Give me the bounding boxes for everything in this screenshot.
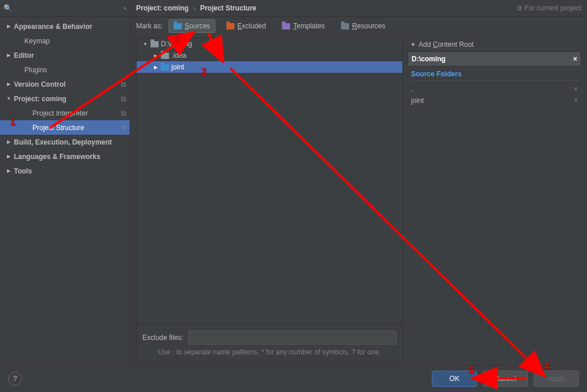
- chevron-right-icon: ›: [193, 4, 196, 12]
- help-button[interactable]: ?: [8, 372, 22, 386]
- ok-button[interactable]: OK: [432, 371, 477, 387]
- copy-icon: ⧉: [121, 80, 126, 88]
- chevron-right-icon: ▶: [6, 82, 12, 87]
- sidebar-item-label: Keymap: [24, 37, 126, 45]
- chevron-right-icon: ▶: [6, 24, 12, 29]
- folder-tree: ▼D:\coming▶.idea▶joint: [137, 38, 402, 324]
- sidebar-item-label: Project Structure: [32, 124, 121, 132]
- exclude-files-box: Exclude files: Use ; to separate name pa…: [137, 324, 402, 362]
- sidebar-item-plugins[interactable]: Plugins: [0, 62, 130, 77]
- folder-label: .idea: [171, 51, 186, 60]
- resources-folder-icon: [341, 23, 349, 29]
- settings-sidebar: 🔍 ▾ ▶Appearance & BehaviorKeymap▶EditorP…: [0, 0, 130, 365]
- source-folders-header: Source Folders: [408, 66, 581, 80]
- sidebar-search-row: 🔍 ▾: [0, 0, 130, 17]
- exclude-files-hint: Use ; to separate name patterns, * for a…: [142, 345, 397, 356]
- sidebar-item-label: Languages & Frameworks: [14, 153, 126, 161]
- remove-source-icon[interactable]: ×: [574, 97, 578, 105]
- folder-row-D-coming[interactable]: ▼D:\coming: [137, 38, 402, 50]
- sidebar-item-project-coming[interactable]: ▼Project: coming⧉: [0, 91, 130, 106]
- exclude-files-label: Exclude files:: [142, 334, 184, 342]
- folder-icon: [151, 41, 159, 47]
- mark-resources-button[interactable]: Resources: [336, 19, 390, 33]
- sidebar-item-build-execution-deployment[interactable]: ▶Build, Execution, Deployment: [0, 135, 130, 149]
- sidebar-item-label: Editor: [14, 51, 126, 60]
- content-roots-panel: + Add Content Root D:\coming × Source Fo…: [408, 38, 581, 363]
- remove-source-icon[interactable]: ×: [574, 85, 578, 93]
- content-root-strip[interactable]: D:\coming ×: [408, 51, 581, 66]
- exclude-files-input[interactable]: [188, 331, 397, 345]
- folder-icon: [161, 53, 169, 59]
- source-folder-row[interactable]: .×: [411, 83, 578, 95]
- sidebar-item-label: Plugins: [24, 66, 126, 74]
- search-input[interactable]: [12, 3, 123, 13]
- breadcrumb: Project: coming › Project Structure ⧉ Fo…: [130, 0, 587, 17]
- folder-row-joint[interactable]: ▶joint: [137, 61, 402, 73]
- chevron-down-icon: ▼: [142, 42, 148, 47]
- chevron-down-icon: ▼: [6, 96, 12, 101]
- copy-icon: ⧉: [121, 109, 126, 117]
- sources-folder-icon: [174, 23, 182, 29]
- content-root-path: D:\coming: [412, 55, 446, 63]
- mark-excluded-button[interactable]: Excluded: [221, 19, 271, 33]
- source-folder-row[interactable]: joint×: [411, 95, 578, 106]
- folder-tree-panel: ▼D:\coming▶.idea▶joint Exclude files: Us…: [136, 38, 403, 363]
- sidebar-item-editor[interactable]: ▶Editor: [0, 48, 130, 62]
- sidebar-item-label: Build, Execution, Deployment: [14, 138, 126, 146]
- chevron-right-icon: ▶: [6, 168, 12, 173]
- sidebar-item-appearance-behavior[interactable]: ▶Appearance & Behavior: [0, 19, 130, 34]
- sidebar-item-label: Project: coming: [14, 95, 121, 103]
- dialog-footer: ? OK Cancel Apply: [0, 365, 587, 392]
- sidebar-item-label: Tools: [14, 167, 126, 175]
- add-content-root-button[interactable]: + Add Content Root: [408, 38, 581, 51]
- source-folders-list: .×joint×: [411, 80, 578, 106]
- source-folder-label: joint: [411, 97, 424, 105]
- sidebar-item-label: Project Interpreter: [32, 109, 121, 117]
- chevron-right-icon: ▶: [6, 139, 12, 145]
- sidebar-item-tools[interactable]: ▶Tools: [0, 164, 130, 178]
- mark-as-label: Mark as:: [136, 22, 163, 30]
- cancel-button[interactable]: Cancel: [483, 371, 528, 387]
- breadcrumb-segment: Project: coming: [136, 4, 189, 12]
- copy-icon: ⧉: [121, 124, 126, 132]
- scope-hint: ⧉ For current project: [517, 4, 581, 12]
- plus-icon: +: [411, 40, 415, 49]
- search-icon: 🔍: [3, 4, 12, 12]
- sidebar-item-project-structure[interactable]: Project Structure⧉: [0, 120, 130, 135]
- source-folder-label: .: [411, 85, 413, 93]
- apply-button[interactable]: Apply: [534, 371, 579, 387]
- sidebar-item-label: Appearance & Behavior: [14, 23, 126, 31]
- settings-tree: ▶Appearance & BehaviorKeymap▶EditorPlugi…: [0, 17, 130, 365]
- sidebar-item-keymap[interactable]: Keymap: [0, 34, 130, 48]
- chevron-right-icon: ▶: [153, 53, 159, 58]
- breadcrumb-segment: Project Structure: [200, 4, 256, 12]
- close-icon[interactable]: ×: [573, 55, 577, 63]
- mark-button-label: Sources: [185, 22, 210, 30]
- sidebar-item-version-control[interactable]: ▶Version Control⧉: [0, 77, 130, 91]
- mark-button-label: Resources: [352, 22, 385, 30]
- templates-folder-icon: [282, 23, 290, 29]
- mark-templates-button[interactable]: Templates: [277, 19, 330, 33]
- folder-label: D:\coming: [161, 40, 192, 48]
- chevron-right-icon: ▶: [6, 154, 12, 159]
- chevron-right-icon: ▶: [153, 65, 159, 70]
- sidebar-item-label: Version Control: [14, 80, 121, 88]
- chevron-right-icon: ▶: [6, 53, 12, 58]
- excluded-folder-icon: [226, 23, 234, 29]
- mark-button-label: Excluded: [237, 22, 266, 30]
- folder-label: joint: [171, 63, 184, 71]
- folder-icon: [161, 64, 169, 71]
- copy-icon: ⧉: [121, 95, 126, 103]
- mark-button-label: Templates: [293, 22, 325, 30]
- chevron-down-icon: ▾: [124, 6, 126, 11]
- copy-icon: ⧉: [517, 4, 522, 12]
- sidebar-item-project-interpreter[interactable]: Project Interpreter⧉: [0, 106, 130, 120]
- sidebar-item-languages-frameworks[interactable]: ▶Languages & Frameworks: [0, 149, 130, 164]
- mark-as-bar: Mark as: SourcesExcludedTemplatesResourc…: [130, 17, 587, 35]
- mark-sources-button[interactable]: Sources: [168, 19, 215, 33]
- main-panel: Project: coming › Project Structure ⧉ Fo…: [130, 0, 587, 365]
- folder-row--idea[interactable]: ▶.idea: [137, 50, 402, 61]
